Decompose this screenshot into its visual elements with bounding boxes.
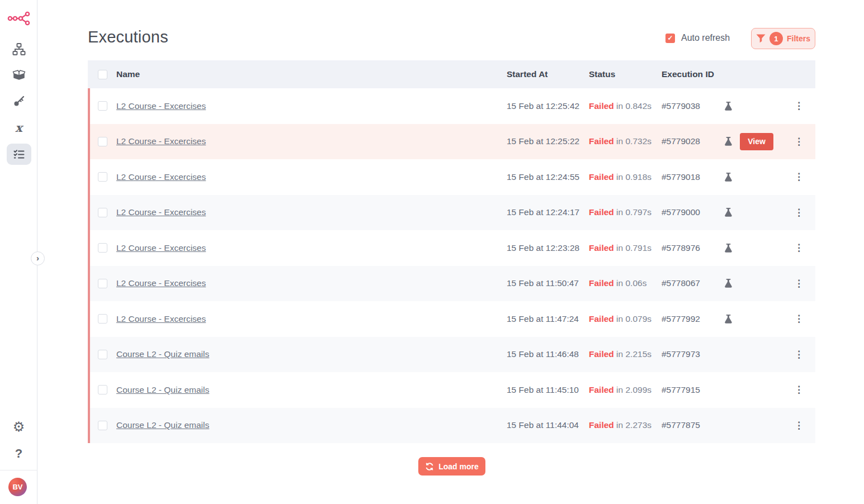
row-checkbox[interactable]	[98, 243, 107, 253]
row-checkbox[interactable]	[98, 137, 107, 146]
row-checkbox[interactable]	[98, 208, 107, 217]
table-row[interactable]: Course L2 - Quiz emails 15 Feb at 11:45:…	[88, 372, 815, 408]
started-at-value: 15 Feb at 11:50:47	[507, 278, 589, 288]
row-menu-button[interactable]: ⋮	[782, 242, 815, 254]
column-header-started-at: Started At	[507, 69, 589, 79]
sidebar-item-help[interactable]: ?	[0, 445, 37, 463]
status-failed-text: Failed	[589, 314, 614, 324]
sidebar-item-credentials[interactable]	[0, 92, 37, 110]
check-icon: ✓	[667, 34, 673, 42]
row-checkbox[interactable]	[98, 421, 107, 430]
execution-id-value: #5779000	[662, 207, 716, 217]
sidebar-divider	[0, 470, 37, 470]
execution-id-value: #5779028	[662, 136, 716, 146]
execution-name-link[interactable]: L2 Course - Excercises	[116, 243, 206, 253]
row-menu-button[interactable]: ⋮	[782, 384, 815, 396]
status-failed-text: Failed	[589, 207, 614, 217]
execution-name-link[interactable]: Course L2 - Quiz emails	[116, 385, 209, 394]
status-failed-text: Failed	[589, 349, 614, 359]
row-menu-button[interactable]: ⋮	[782, 100, 815, 112]
row-menu-button[interactable]: ⋮	[782, 420, 815, 431]
table-row[interactable]: L2 Course - Excercises 15 Feb at 12:24:1…	[88, 195, 815, 231]
status-value: Failed in 0.918s	[589, 172, 662, 182]
sidebar-item-templates[interactable]	[0, 66, 37, 84]
execution-name-link[interactable]: L2 Course - Excercises	[116, 172, 206, 182]
status-value: Failed in 0.791s	[589, 243, 662, 253]
status-failed-text: Failed	[589, 243, 614, 253]
load-more-button[interactable]: Load more	[418, 457, 485, 476]
filters-button[interactable]: 1 Filters	[751, 28, 815, 49]
table-row[interactable]: L2 Course - Excercises 15 Feb at 11:47:2…	[88, 301, 815, 337]
execution-id-value: #5778976	[662, 243, 716, 253]
started-at-value: 15 Feb at 12:24:17	[507, 207, 589, 217]
status-duration-text: in 0.079s	[616, 314, 651, 324]
status-value: Failed in 0.06s	[589, 278, 662, 288]
view-button[interactable]: View	[740, 133, 773, 150]
row-checkbox[interactable]	[98, 279, 107, 288]
execution-name-link[interactable]: L2 Course - Excercises	[116, 207, 206, 217]
status-value: Failed in 0.797s	[589, 207, 662, 217]
row-menu-button[interactable]: ⋮	[782, 278, 815, 289]
flask-icon	[724, 314, 733, 324]
status-failed-text: Failed	[589, 420, 614, 430]
auto-refresh-checkbox[interactable]: ✓	[665, 34, 675, 43]
row-checkbox[interactable]	[98, 101, 107, 111]
select-all-checkbox[interactable]	[98, 70, 107, 79]
n8n-logo[interactable]	[0, 8, 37, 29]
row-menu-button[interactable]: ⋮	[782, 207, 815, 218]
execution-name-link[interactable]: L2 Course - Excercises	[116, 101, 206, 111]
execution-id-value: #5779018	[662, 172, 716, 182]
execution-id-value: #5777915	[662, 385, 716, 395]
execution-name-link[interactable]: L2 Course - Excercises	[116, 136, 206, 146]
sidebar-item-executions[interactable]	[0, 143, 37, 165]
active-nav-pill	[7, 144, 31, 165]
sidebar-item-variables[interactable]: x	[0, 118, 37, 136]
sidebar-expand-button[interactable]: ›	[31, 251, 45, 265]
avatar[interactable]: BV	[8, 478, 27, 496]
gear-icon: ⚙	[13, 418, 25, 436]
row-checkbox[interactable]	[98, 314, 107, 324]
table-row[interactable]: Course L2 - Quiz emails 15 Feb at 11:44:…	[88, 408, 815, 444]
row-menu-button[interactable]: ⋮	[782, 171, 815, 183]
status-value: Failed in 2.215s	[589, 349, 662, 359]
row-checkbox[interactable]	[98, 172, 107, 182]
execution-name-link[interactable]: L2 Course - Excercises	[116, 314, 206, 324]
column-header-name: Name	[116, 69, 507, 79]
flask-icon	[724, 278, 733, 288]
auto-refresh-toggle[interactable]: ✓ Auto refresh	[665, 33, 730, 43]
flask-icon	[724, 172, 733, 182]
funnel-icon	[756, 34, 766, 43]
status-duration-text: in 0.06s	[616, 278, 646, 288]
table-row[interactable]: L2 Course - Excercises 15 Feb at 12:23:2…	[88, 230, 815, 266]
filters-label: Filters	[787, 34, 810, 43]
load-more-label: Load more	[438, 462, 479, 471]
execution-id-value: #5777973	[662, 349, 716, 359]
table-row[interactable]: L2 Course - Excercises 15 Feb at 12:25:2…	[88, 124, 815, 160]
refresh-icon	[425, 462, 434, 471]
execution-name-link[interactable]: L2 Course - Excercises	[116, 278, 206, 288]
status-value: Failed in 0.842s	[589, 101, 662, 111]
row-menu-button[interactable]: ⋮	[782, 313, 815, 325]
sidebar-item-workflows[interactable]	[0, 40, 37, 58]
flask-icon	[724, 101, 733, 111]
flask-icon	[724, 136, 733, 146]
started-at-value: 15 Feb at 11:46:48	[507, 349, 589, 359]
status-value: Failed in 2.099s	[589, 385, 662, 395]
table-row[interactable]: L2 Course - Excercises 15 Feb at 11:50:4…	[88, 266, 815, 302]
status-failed-text: Failed	[589, 385, 614, 394]
table-row[interactable]: L2 Course - Excercises 15 Feb at 12:24:5…	[88, 159, 815, 195]
row-checkbox[interactable]	[98, 350, 107, 359]
execution-name-link[interactable]: Course L2 - Quiz emails	[116, 349, 209, 359]
execution-id-value: #5778067	[662, 278, 716, 288]
table-row[interactable]: Course L2 - Quiz emails 15 Feb at 11:46:…	[88, 337, 815, 373]
row-menu-button[interactable]: ⋮	[782, 349, 815, 360]
row-menu-button[interactable]: ⋮	[782, 136, 815, 148]
chevron-right-icon: ›	[36, 253, 39, 263]
execution-name-link[interactable]: Course L2 - Quiz emails	[116, 420, 209, 430]
table-row[interactable]: L2 Course - Excercises 15 Feb at 12:25:4…	[88, 88, 815, 124]
execution-id-value: #5777875	[662, 420, 716, 430]
flask-icon	[724, 207, 733, 217]
row-checkbox[interactable]	[98, 385, 107, 394]
status-duration-text: in 2.215s	[616, 349, 651, 359]
sidebar-item-settings[interactable]: ⚙	[0, 418, 37, 436]
